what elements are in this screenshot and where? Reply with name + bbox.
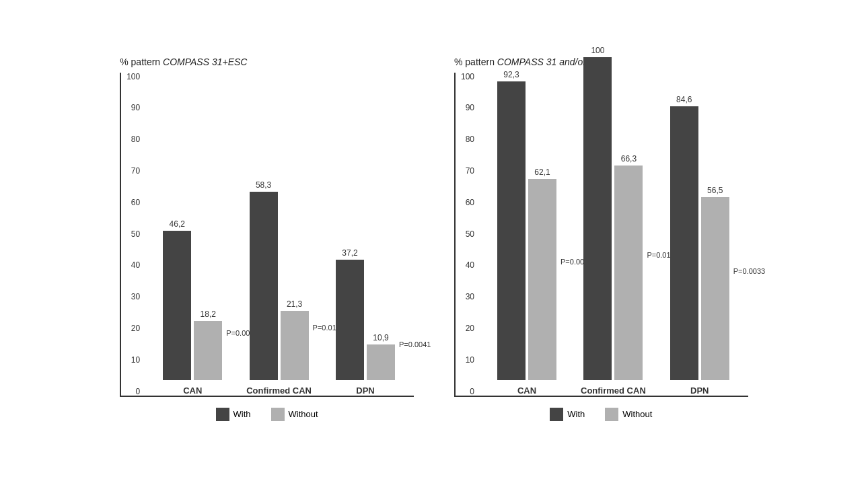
group-label: Confirmed CAN (246, 386, 312, 396)
legend-box-light (271, 408, 285, 421)
group-label: DPN (690, 386, 709, 396)
light-bar-value: 18,2 (201, 309, 216, 319)
light-bar (528, 179, 556, 379)
y-tick: 30 (456, 293, 474, 301)
group-label: Confirmed CAN (581, 386, 646, 396)
bar-group-2: 58,321,3P=0.0118Confirmed CAN (246, 180, 312, 396)
dark-bar (336, 260, 364, 380)
legend-1: WithWithout (120, 408, 414, 421)
chart-inner-2: 92,362,1P=0.0045CAN10066,3P=0.0159Confir… (478, 73, 748, 396)
light-bar-col: 66,3 (614, 154, 643, 379)
chart-area-2: 010203040506070809010092,362,1P=0.0045CA… (454, 73, 748, 397)
y-tick: 0 (456, 388, 474, 396)
light-bar-col: 56,5 (701, 186, 729, 379)
y-tick: 90 (121, 104, 140, 112)
legend-2: WithWithout (454, 408, 748, 421)
light-bar (367, 344, 395, 379)
bars-row: 10066,3P=0.0159 (583, 46, 643, 380)
bars-row: 84,656,5P=0.0033 (670, 95, 729, 379)
legend-label-dark: With (233, 409, 251, 419)
y-tick: 10 (456, 356, 474, 364)
chart-area-1: 010203040506070809010046,218,2P=0.0088CA… (120, 73, 414, 397)
y-tick: 70 (121, 167, 140, 175)
bar-group-3: 37,210,9P=0.0041DPN (336, 248, 395, 396)
light-bar-col: 10,9 (367, 333, 395, 379)
dark-bar (497, 81, 526, 379)
light-bar-value: 10,9 (373, 333, 388, 342)
dark-bar-value: 84,6 (676, 95, 692, 104)
chart-inner-1: 46,218,2P=0.0088CAN58,321,3P=0.0118Confi… (144, 73, 414, 396)
bars-row: 37,210,9P=0.0041 (336, 248, 395, 380)
y-tick: 20 (121, 324, 140, 332)
group-label: CAN (517, 386, 536, 396)
legend-box-dark (216, 408, 229, 421)
y-tick: 90 (456, 104, 474, 112)
p-value: P=0.0041 (399, 340, 431, 348)
dark-bar-col: 46,2 (163, 219, 191, 380)
y-tick: 40 (121, 261, 140, 269)
y-tick: 0 (121, 388, 140, 396)
y-tick: 80 (121, 135, 140, 143)
bar-group-1: 46,218,2P=0.0088CAN (163, 219, 222, 396)
legend-item-light: Without (271, 408, 318, 421)
y-tick: 100 (456, 73, 474, 81)
bars-row: 46,218,2P=0.0088 (163, 219, 222, 380)
y-tick: 60 (456, 198, 474, 207)
dark-bar-value: 92,3 (503, 70, 519, 79)
light-bar-col: 21,3 (281, 299, 309, 379)
light-bar (701, 197, 729, 379)
dark-bar (670, 106, 698, 379)
light-bar-value: 21,3 (287, 299, 302, 309)
y-tick: 50 (121, 230, 140, 238)
legend-label-dark: With (567, 409, 585, 419)
chart-wrapper-2: % pattern COMPASS 31 and/or ESC010203040… (454, 57, 748, 421)
chart-wrapper-1: % pattern COMPASS 31+ESC0102030405060708… (120, 57, 414, 421)
legend-box-light (605, 408, 618, 421)
dark-bar-value: 58,3 (256, 180, 271, 190)
bars-row: 58,321,3P=0.0118 (250, 180, 309, 380)
dark-bar-value: 37,2 (342, 248, 357, 258)
y-tick: 30 (121, 293, 140, 301)
dark-bar-col: 37,2 (336, 248, 364, 380)
y-axis-2: 0102030405060708090100 (456, 73, 474, 396)
chart-title-1: % pattern COMPASS 31+ESC (120, 57, 247, 67)
light-bar-value: 56,5 (707, 186, 723, 195)
bar-group-1: 92,362,1P=0.0045CAN (497, 70, 556, 395)
y-tick: 10 (121, 356, 140, 364)
y-tick: 80 (456, 135, 474, 143)
light-bar (281, 311, 309, 379)
legend-box-dark (550, 408, 563, 421)
main-container: % pattern COMPASS 31+ESC0102030405060708… (93, 36, 775, 441)
y-tick: 70 (456, 167, 474, 175)
y-tick: 60 (121, 198, 140, 207)
light-bar-value: 66,3 (621, 154, 637, 163)
legend-item-dark: With (216, 408, 251, 421)
legend-item-dark: With (550, 408, 585, 421)
dark-bar-col: 92,3 (497, 70, 526, 379)
dark-bar (163, 231, 191, 380)
p-value: P=0.0033 (733, 267, 765, 275)
y-tick: 40 (456, 261, 474, 269)
light-bar (194, 321, 222, 379)
group-label: CAN (183, 386, 202, 396)
legend-label-light: Without (622, 409, 652, 419)
dark-bar-col: 100 (583, 46, 612, 380)
bar-group-2: 10066,3P=0.0159Confirmed CAN (581, 46, 646, 396)
light-bar-col: 62,1 (528, 168, 556, 379)
y-tick: 20 (456, 324, 474, 332)
dark-bar (583, 57, 612, 380)
light-bar-col: 18,2 (194, 309, 222, 379)
dark-bar-col: 84,6 (670, 95, 698, 379)
dark-bar-value: 100 (591, 46, 604, 55)
dark-bar-col: 58,3 (250, 180, 278, 380)
legend-label-light: Without (289, 409, 318, 419)
bars-row: 92,362,1P=0.0045 (497, 70, 556, 379)
bar-group-3: 84,656,5P=0.0033DPN (670, 95, 729, 395)
light-bar-value: 62,1 (534, 168, 550, 177)
dark-bar (250, 192, 278, 380)
legend-item-light: Without (605, 408, 652, 421)
light-bar (614, 166, 643, 379)
dark-bar-value: 46,2 (170, 219, 185, 229)
group-label: DPN (356, 386, 374, 396)
y-axis-1: 0102030405060708090100 (121, 73, 140, 396)
